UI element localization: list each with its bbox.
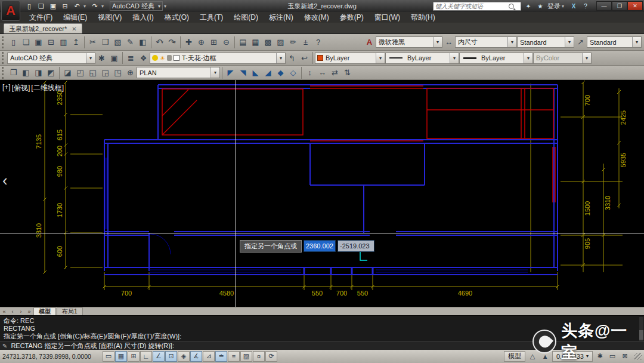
qat-plot-button[interactable]: ⊟ xyxy=(60,1,70,11)
copy-button[interactable]: ❒ xyxy=(99,36,112,49)
tab-layout1[interactable]: 布局1 xyxy=(57,307,83,315)
plot-preview-button[interactable]: ▥ xyxy=(57,36,70,49)
chevron-down-icon[interactable]: ▾ xyxy=(86,53,95,63)
dynamic-input-y-field[interactable] xyxy=(338,240,374,252)
polar-tracking-toggle[interactable]: ∠ xyxy=(153,351,165,362)
menu-dimension[interactable]: 标注(N) xyxy=(264,12,299,23)
menu-insert[interactable]: 插入(I) xyxy=(127,12,159,23)
block-editor-button[interactable]: ◧ xyxy=(137,36,149,49)
publish-button[interactable]: ↥ xyxy=(70,36,82,49)
menu-window[interactable]: 窗口(W) xyxy=(369,12,405,23)
layer-freeze-sun-icon[interactable]: ☀ xyxy=(160,55,165,61)
annotation-button-3[interactable]: ◣ xyxy=(249,66,262,79)
workspace-settings-gear-icon[interactable]: ✱ xyxy=(95,51,108,64)
lineweight-display-toggle[interactable]: ≡ xyxy=(228,351,240,362)
view-button-3[interactable]: ◱ xyxy=(86,66,99,79)
redo-flyout-arrow[interactable]: ▾ xyxy=(174,40,176,45)
panel-collapse-arrow[interactable]: ‹ xyxy=(2,173,8,188)
view-button-5[interactable]: ◳ xyxy=(112,66,124,79)
annotation-button-6[interactable]: ◇ xyxy=(287,66,299,79)
next-tab-button[interactable]: › xyxy=(17,309,25,315)
save-button[interactable]: ▣ xyxy=(32,36,45,49)
undo-button[interactable]: ↶▾ xyxy=(153,36,166,49)
dynamic-input-x-field[interactable] xyxy=(304,240,336,252)
ortho-mode-toggle[interactable]: ∟ xyxy=(140,351,152,362)
model-space-button[interactable]: 模型 xyxy=(504,351,525,362)
annotation-button-4[interactable]: ◢ xyxy=(262,66,274,79)
search-icon[interactable] xyxy=(509,4,514,9)
drawing-canvas[interactable]: 7135 3310 2350 615 200 980 1730 600 700 … xyxy=(0,80,644,307)
autocad-logo-button[interactable]: A xyxy=(1,1,20,21)
menu-format[interactable]: 格式(O) xyxy=(159,12,194,23)
redo-dropdown-arrow[interactable]: ▾ xyxy=(101,4,106,9)
draworder-button-3[interactable]: ◨ xyxy=(32,66,45,79)
chevron-down-icon[interactable]: ▾ xyxy=(565,37,574,47)
draworder-button-1[interactable]: ❐ xyxy=(7,66,20,79)
linetype-control-combo[interactable]: ByLayer ▾ xyxy=(385,53,459,64)
plot-style-combo[interactable]: ByColor ▾ xyxy=(533,53,592,64)
viewport-view-control[interactable]: [俯视] xyxy=(12,83,30,93)
toolbar-drag-handle[interactable] xyxy=(2,36,5,48)
last-tab-button[interactable]: » xyxy=(25,309,33,315)
workspace-selector[interactable]: AutoCAD 经典 ▾ xyxy=(110,1,163,11)
menu-file[interactable]: 文件(F) xyxy=(24,12,58,23)
exchange-apps-icon[interactable]: X xyxy=(569,1,578,11)
view-button-4[interactable]: ◲ xyxy=(99,66,112,79)
chevron-down-icon[interactable]: ▾ xyxy=(376,53,385,63)
quickcalc-button[interactable]: ± xyxy=(299,36,312,49)
redo-button[interactable]: ↷▾ xyxy=(166,36,178,49)
save-workspace-button[interactable]: ▣ xyxy=(108,51,120,64)
menu-help[interactable]: 帮助(H) xyxy=(405,12,441,23)
toolbar-drag-handle[interactable] xyxy=(2,52,5,64)
named-view-combo[interactable]: PLAN ▾ xyxy=(137,67,220,78)
qat-save-button[interactable]: ▣ xyxy=(48,1,58,11)
new-button[interactable]: ▯ xyxy=(7,36,20,49)
help-button[interactable]: ? xyxy=(312,36,324,49)
help-icon[interactable]: ? xyxy=(581,1,590,11)
dim-style-combo[interactable]: 内尺寸 ▾ xyxy=(455,36,517,48)
qat-open-button[interactable]: ❏ xyxy=(36,1,47,11)
menu-edit[interactable]: 编辑(E) xyxy=(58,12,92,23)
annotation-button-5[interactable]: ◆ xyxy=(274,66,287,79)
layer-lock-icon[interactable] xyxy=(167,55,172,61)
layer-combo[interactable]: ☀ T-天花-边框 ▾ xyxy=(150,53,286,64)
minimize-button[interactable]: — xyxy=(596,1,612,11)
object-snap-toggle[interactable]: ⊡ xyxy=(165,351,177,362)
prev-tab-button[interactable]: ‹ xyxy=(8,309,17,315)
qat-new-button[interactable]: ▯ xyxy=(24,1,35,11)
extra-button-1[interactable]: ↕ xyxy=(304,66,316,79)
draworder-button-4[interactable]: ◩ xyxy=(45,66,57,79)
chevron-down-icon[interactable]: ▾ xyxy=(507,37,516,47)
tab-close-icon[interactable]: ✕ xyxy=(72,26,76,32)
tool-palettes-button[interactable]: ▩ xyxy=(262,36,274,49)
object-snap-tracking-toggle[interactable]: ∡ xyxy=(190,351,202,362)
zoom-realtime-button[interactable]: ⊕ xyxy=(195,36,208,49)
undo-flyout-arrow[interactable]: ▾ xyxy=(161,40,163,45)
chevron-down-icon[interactable]: ▾ xyxy=(524,53,532,63)
layer-properties-button[interactable]: ≣ xyxy=(125,51,137,64)
undo-dropdown-arrow[interactable]: ▾ xyxy=(83,4,88,9)
grid-display-toggle[interactable]: ⊞ xyxy=(128,351,140,362)
view-button-1[interactable]: ◪ xyxy=(61,66,74,79)
3d-object-snap-toggle[interactable]: ◈ xyxy=(178,351,190,362)
cut-button[interactable]: ✂ xyxy=(86,36,99,49)
infer-constraints-toggle[interactable]: ▭ xyxy=(103,351,114,362)
zoom-window-button[interactable]: ⊞ xyxy=(208,36,220,49)
plot-button[interactable]: ⊟ xyxy=(45,36,57,49)
menu-view[interactable]: 视图(V) xyxy=(92,12,127,23)
mleader-style-combo[interactable]: Standard ▾ xyxy=(587,36,642,48)
viewport-menu-control[interactable]: [+] xyxy=(2,83,11,93)
properties-palette-button[interactable]: ▤ xyxy=(237,36,249,49)
menu-draw[interactable]: 绘图(D) xyxy=(228,12,264,23)
paste-button[interactable]: ▧ xyxy=(112,36,124,49)
sign-in-button[interactable]: 登录▾ xyxy=(547,2,566,11)
menu-modify[interactable]: 修改(M) xyxy=(299,12,335,23)
transparency-toggle[interactable]: ▨ xyxy=(240,351,252,362)
chevron-down-icon[interactable]: ▾ xyxy=(276,53,285,63)
chevron-down-icon[interactable]: ▾ xyxy=(210,67,219,78)
designcenter-button[interactable]: ▦ xyxy=(249,36,262,49)
help-search-box[interactable] xyxy=(433,2,521,11)
extra-button-2[interactable]: ↔ xyxy=(316,66,329,79)
extra-button-3[interactable]: ⇄ xyxy=(329,66,341,79)
match-properties-button[interactable]: ✎ xyxy=(124,36,137,49)
